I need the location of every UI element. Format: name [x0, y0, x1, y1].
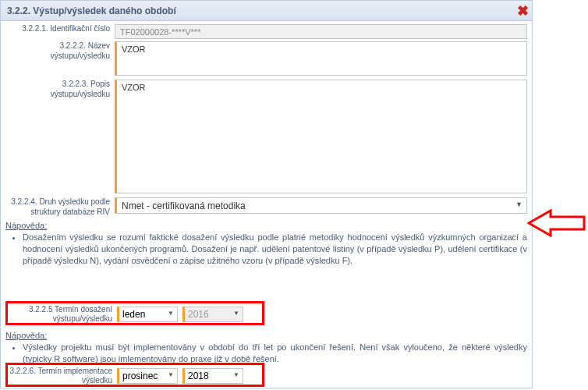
result-type-select[interactable] — [115, 197, 527, 214]
help-block-1: Nápověda: Dosažením výsledku se rozumí f… — [5, 220, 527, 266]
close-icon[interactable]: ✖ — [517, 4, 529, 18]
annotation-highlight-term-achieved: 3.2.2.5 Termín dosažení výstupu/výsledku — [5, 301, 264, 325]
row-id: 3.2.2.1. Identifikační číslo — [5, 24, 527, 39]
term1-year-select — [182, 307, 243, 322]
form-body: 3.2.2.1. Identifikační číslo 3.2.2.2. Ná… — [1, 21, 532, 217]
output-result-panel: 3.2.2. Výstup/výsledek daného období ✖ 3… — [0, 0, 533, 388]
row-type: 3.2.2.4. Druh výsledku podle struktury d… — [5, 197, 527, 217]
help-bullet-1: Dosažením výsledku se rozumí faktické do… — [23, 232, 527, 267]
help-title-2: Nápověda: — [5, 331, 47, 340]
label-desc: 3.2.2.3. Popis výstupu/výsledku — [5, 80, 115, 99]
label-id: 3.2.2.1. Identifikační číslo — [5, 24, 115, 34]
label-type: 3.2.2.4. Druh výsledku podle struktury d… — [5, 197, 115, 217]
panel-title: 3.2.2. Výstup/výsledek daného období — [7, 5, 176, 16]
label-name: 3.2.2.2. Název výstupu/výsledku — [5, 41, 115, 61]
help-bullet-2: Výsledky projektu musí být implementován… — [23, 342, 527, 365]
help-block-2: Nápověda: Výsledky projektu musí být imp… — [5, 330, 527, 365]
term2-month-select[interactable] — [117, 368, 178, 384]
annotation-highlight-term-implement: 3.2.2.6. Termín implementace výsledku — [5, 363, 264, 387]
label-term1: 3.2.2.5 Termín dosažení výstupu/výsledku — [8, 305, 117, 324]
id-field — [115, 24, 527, 39]
label-term2: 3.2.2.6. Termín implementace výsledku — [8, 367, 117, 386]
row-name: 3.2.2.2. Název výstupu/výsledku — [5, 41, 527, 77]
annotation-arrow-icon — [527, 209, 586, 237]
name-textarea[interactable] — [115, 41, 527, 76]
svg-marker-0 — [529, 211, 584, 236]
desc-textarea[interactable] — [115, 80, 527, 193]
term2-select-group — [117, 368, 260, 384]
term1-select-group — [117, 307, 260, 322]
help-title-1: Nápověda: — [5, 221, 47, 230]
row-desc: 3.2.2.3. Popis výstupu/výsledku — [5, 80, 527, 195]
term2-year-select[interactable] — [182, 368, 243, 384]
term1-month-select[interactable] — [117, 307, 178, 322]
panel-header: 3.2.2. Výstup/výsledek daného období ✖ — [1, 1, 532, 21]
